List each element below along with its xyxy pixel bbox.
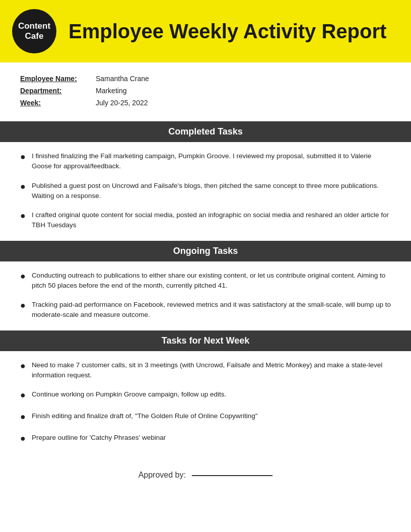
department-label: Department:: [20, 87, 96, 95]
logo-circle: Content Cafe: [12, 9, 56, 53]
ongoing-tasks-header: Ongoing Tasks: [0, 241, 411, 261]
task-text: I crafted original quote content for soc…: [32, 210, 391, 231]
list-item: ● I crafted original quote content for s…: [20, 210, 391, 231]
list-item: ● Published a guest post on Uncrowd and …: [20, 181, 391, 202]
approved-label: Approved by:: [139, 471, 186, 479]
employee-name-row: Employee Name: Samantha Crane: [20, 75, 391, 83]
approved-section: Approved by:: [0, 455, 411, 495]
week-row: Week: July 20-25, 2022: [20, 99, 391, 107]
department-value: Marketing: [96, 87, 126, 95]
employee-name-label: Employee Name:: [20, 75, 96, 83]
bullet-icon: ●: [20, 410, 26, 424]
task-text: Continue working on Pumpkin Groove campa…: [32, 389, 226, 400]
bullet-icon: ●: [20, 299, 26, 312]
approved-line: [192, 475, 272, 476]
bullet-icon: ●: [20, 209, 26, 223]
task-text: Need to make 7 customer calls, sit in 3 …: [32, 360, 391, 381]
department-row: Department: Marketing: [20, 87, 391, 95]
bullet-icon: ●: [20, 270, 26, 283]
bullet-icon: ●: [20, 432, 26, 445]
bullet-icon: ●: [20, 359, 26, 373]
completed-tasks-header: Completed Tasks: [0, 121, 411, 142]
list-item: ● Finish editing and finalize draft of, …: [20, 411, 391, 424]
list-item: ● Need to make 7 customer calls, sit in …: [20, 360, 391, 381]
completed-tasks-container: ● I finished finalizing the Fall marketi…: [0, 142, 411, 241]
list-item: ● Prepare outline for 'Catchy Phrases' w…: [20, 433, 391, 445]
next-week-tasks-header: Tasks for Next Week: [0, 330, 411, 351]
completed-tasks-list: ● I finished finalizing the Fall marketi…: [20, 151, 391, 231]
list-item: ● Tracking paid-ad performance on Facebo…: [20, 300, 391, 320]
ongoing-tasks-container: ● Conducting outreach to publications to…: [0, 261, 411, 330]
next-week-tasks-container: ● Need to make 7 customer calls, sit in …: [0, 351, 411, 456]
page-header: Content Cafe Employee Weekly Activity Re…: [0, 0, 411, 62]
list-item: ● Continue working on Pumpkin Groove cam…: [20, 389, 391, 402]
logo-text: Content Cafe: [18, 21, 50, 42]
task-text: Finish editing and finalize draft of, "T…: [32, 411, 258, 421]
task-text: I finished finalizing the Fall marketing…: [32, 151, 391, 172]
task-text: Conducting outreach to publications to e…: [32, 271, 391, 291]
bullet-icon: ●: [20, 150, 26, 164]
week-label: Week:: [20, 99, 96, 107]
employee-info-section: Employee Name: Samantha Crane Department…: [0, 62, 411, 121]
next-week-tasks-list: ● Need to make 7 customer calls, sit in …: [20, 360, 391, 446]
task-text: Tracking paid-ad performance on Facebook…: [32, 300, 391, 320]
task-text: Prepare outline for 'Catchy Phrases' web…: [32, 433, 166, 443]
list-item: ● I finished finalizing the Fall marketi…: [20, 151, 391, 172]
task-text: Published a guest post on Uncrowd and Fa…: [32, 181, 391, 202]
ongoing-tasks-list: ● Conducting outreach to publications to…: [20, 271, 391, 320]
employee-name-value: Samantha Crane: [96, 75, 149, 83]
bullet-icon: ●: [20, 388, 26, 402]
bullet-icon: ●: [20, 180, 26, 193]
page-title: Employee Weekly Activity Report: [68, 20, 386, 42]
week-value: July 20-25, 2022: [96, 99, 148, 107]
list-item: ● Conducting outreach to publications to…: [20, 271, 391, 291]
